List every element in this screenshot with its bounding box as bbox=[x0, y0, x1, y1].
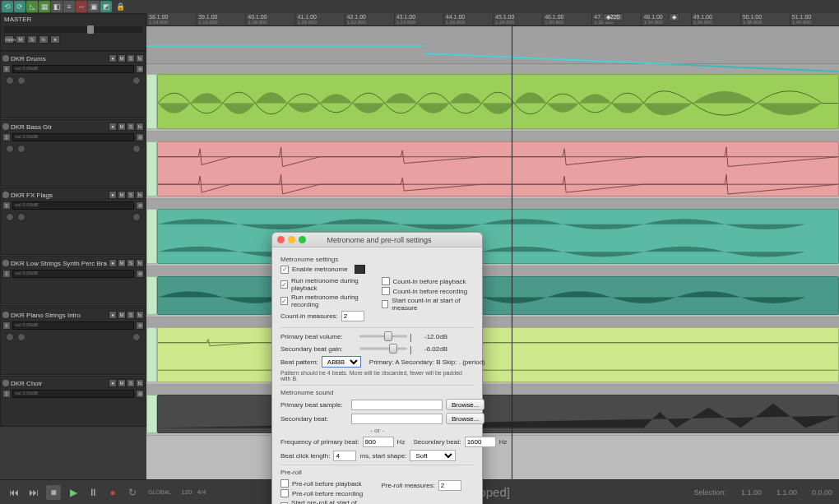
track-solo-button[interactable]: S bbox=[127, 379, 135, 387]
start-countin-checkbox[interactable] bbox=[382, 300, 389, 308]
master-mute-button[interactable]: M bbox=[16, 35, 25, 44]
track-lane[interactable] bbox=[146, 132, 839, 199]
track-color-dot[interactable] bbox=[2, 123, 9, 130]
tool-snap-icon[interactable]: ◧ bbox=[51, 1, 63, 12]
enable-metronome-checkbox[interactable] bbox=[280, 266, 289, 274]
preroll-measures-input[interactable] bbox=[438, 480, 461, 491]
minimize-icon[interactable] bbox=[288, 236, 295, 243]
audio-clip[interactable] bbox=[157, 276, 839, 315]
audio-clip[interactable] bbox=[157, 395, 839, 433]
track-trim-button[interactable]: ≡ bbox=[2, 133, 11, 141]
ruler-cell[interactable]: 40.1.001:18.800 bbox=[245, 13, 294, 25]
track-pan-knob[interactable] bbox=[6, 333, 14, 341]
ruler-cell[interactable]: 43.1.001:24.800 bbox=[394, 13, 443, 25]
track-lane[interactable] bbox=[146, 317, 839, 385]
track-header[interactable]: DKR Drums ● M S fx ≡ vol 0.00dB ⊘ bbox=[0, 51, 146, 118]
tool-env-icon[interactable]: ◺ bbox=[26, 1, 38, 12]
track-fx-button[interactable]: fx bbox=[136, 259, 144, 267]
track-fx-button[interactable]: fx bbox=[136, 379, 144, 387]
track-header[interactable]: DKR Piano Strings Intro ● M S fx ≡ vol 0… bbox=[0, 307, 146, 375]
track-fx-button[interactable]: fx bbox=[136, 123, 144, 131]
tracks-scroll[interactable] bbox=[146, 26, 839, 479]
pause-button[interactable]: ⏸ bbox=[86, 485, 100, 500]
timesig-readout[interactable]: 4/4 bbox=[197, 488, 206, 496]
track-send-knob[interactable] bbox=[132, 213, 141, 221]
track-mute-button[interactable]: M bbox=[118, 379, 126, 387]
run-playback-checkbox[interactable] bbox=[280, 280, 288, 289]
marker[interactable]: ◆ bbox=[669, 13, 679, 21]
track-vol-readout[interactable]: vol 0.00dB bbox=[12, 270, 134, 278]
freq-primary-input[interactable] bbox=[363, 437, 394, 447]
track-mute-button[interactable]: M bbox=[118, 311, 126, 319]
tool-grid-icon[interactable]: ▦ bbox=[39, 1, 50, 12]
track-solo-button[interactable]: S bbox=[127, 311, 135, 319]
ruler-cell[interactable]: 51.1.001:40.800 bbox=[790, 13, 839, 25]
track-phase-button[interactable]: ⊘ bbox=[136, 270, 144, 278]
track-mute-button[interactable]: M bbox=[118, 259, 126, 267]
track-solo-button[interactable]: S bbox=[127, 191, 135, 199]
selection-length[interactable]: 0.0.00 bbox=[812, 488, 832, 497]
track-vol-readout[interactable]: vol 0.00dB bbox=[12, 133, 134, 141]
ruler-cell[interactable]: 45.1.001:28.800 bbox=[493, 13, 542, 25]
primary-vol-slider[interactable] bbox=[359, 331, 407, 341]
zoom-icon[interactable] bbox=[299, 236, 306, 243]
beat-click-input[interactable] bbox=[333, 451, 356, 461]
selection-start[interactable]: 1.1.00 bbox=[741, 488, 762, 497]
track-solo-button[interactable]: S bbox=[127, 54, 135, 62]
track-color-dot[interactable] bbox=[2, 192, 9, 198]
track-vol-readout[interactable]: vol 0.00dB bbox=[12, 321, 134, 330]
ruler-cell[interactable]: 49.1.001:36.800 bbox=[691, 13, 740, 25]
loop-button[interactable]: ↻ bbox=[125, 485, 140, 500]
preroll-playback-checkbox[interactable] bbox=[280, 479, 289, 488]
lock-icon[interactable]: 🔒 bbox=[114, 1, 126, 12]
track-rec-button[interactable]: ● bbox=[109, 311, 117, 319]
ruler-cell[interactable]: 44.1.001:26.800 bbox=[443, 13, 493, 25]
master-mono-button[interactable]: mono bbox=[4, 35, 14, 44]
track-color-dot[interactable] bbox=[2, 55, 9, 62]
audio-clip[interactable] bbox=[157, 74, 839, 129]
ruler-cell[interactable]: 48.1.001:34.800 bbox=[641, 13, 690, 25]
close-icon[interactable] bbox=[277, 236, 285, 243]
tool-crossfade-icon[interactable]: ⟳ bbox=[14, 1, 25, 12]
track-mute-button[interactable]: M bbox=[118, 123, 126, 131]
track-phase-button[interactable]: ⊘ bbox=[136, 390, 144, 398]
countin-measures-input[interactable] bbox=[341, 311, 364, 321]
track-width-knob[interactable] bbox=[17, 76, 25, 85]
track-pan-knob[interactable] bbox=[6, 213, 14, 221]
track-color-dot[interactable] bbox=[2, 380, 9, 386]
master-solo-button[interactable]: S bbox=[27, 35, 37, 44]
secondary-gain-slider[interactable] bbox=[359, 344, 407, 354]
track-lane[interactable] bbox=[146, 266, 839, 317]
track-pan-knob[interactable] bbox=[6, 76, 14, 85]
track-header[interactable]: DKR Choir ● M S fx ≡ vol 0.00dB ⊘ bbox=[0, 376, 146, 427]
track-fx-button[interactable]: fx bbox=[136, 311, 144, 319]
track-phase-button[interactable]: ⊘ bbox=[136, 201, 144, 210]
tool-ripple-icon[interactable]: ≡ bbox=[63, 1, 75, 12]
track-lane[interactable] bbox=[146, 64, 839, 132]
ruler-cell[interactable]: 46.1.001:30.800 bbox=[542, 13, 591, 25]
primary-sample-input[interactable] bbox=[351, 400, 443, 410]
ruler-cell[interactable]: 38.1.001:14.800 bbox=[146, 13, 196, 25]
ruler-cell[interactable]: 42.1.001:22.800 bbox=[345, 13, 394, 25]
track-send-knob[interactable] bbox=[132, 145, 141, 153]
run-recording-checkbox[interactable] bbox=[280, 297, 288, 305]
track-pan-knob[interactable] bbox=[6, 145, 14, 153]
track-trim-button[interactable]: ≡ bbox=[2, 390, 11, 398]
audio-clip[interactable] bbox=[157, 327, 839, 382]
master-fader[interactable] bbox=[4, 26, 142, 33]
track-header[interactable]: DKR Low Strings Synth Perc Brass ● M S f… bbox=[0, 256, 146, 307]
track-color-dot[interactable] bbox=[2, 312, 9, 318]
go-start-button[interactable]: ⏮ bbox=[7, 485, 21, 500]
track-rec-button[interactable]: ● bbox=[109, 379, 117, 387]
track-send-knob[interactable] bbox=[132, 76, 141, 85]
track-phase-button[interactable]: ⊘ bbox=[136, 133, 144, 141]
play-button[interactable]: ▶ bbox=[66, 485, 81, 500]
audio-clip[interactable] bbox=[157, 141, 839, 197]
selection-end[interactable]: 1.1.00 bbox=[776, 488, 797, 497]
tool-move-icon[interactable]: ↔ bbox=[76, 1, 87, 12]
track-solo-button[interactable]: S bbox=[127, 123, 135, 131]
automation-mode[interactable]: GLOBAL bbox=[148, 489, 171, 496]
ruler-cell[interactable]: 41.1.001:20.800 bbox=[294, 13, 344, 25]
playhead[interactable] bbox=[512, 26, 512, 479]
track-color-dot[interactable] bbox=[2, 260, 9, 266]
